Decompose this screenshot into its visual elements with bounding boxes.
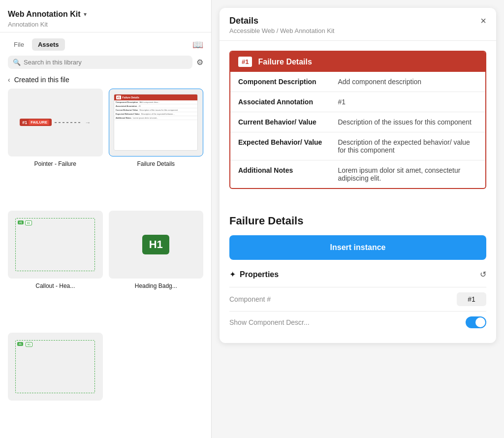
search-input[interactable]: [24, 59, 188, 66]
app-subtitle: Annotation Kit: [8, 21, 203, 28]
tab-assets[interactable]: Assets: [32, 38, 65, 51]
component-card-small-callout[interactable]: #1 H1: [8, 333, 103, 438]
component-card-heading-badge[interactable]: H1 Heading Badg...: [109, 211, 204, 327]
app-title-row: Web Annotation Kit ▾: [8, 10, 203, 19]
component-label-heading-badge: Heading Badg...: [135, 282, 177, 289]
component-label-pointer-failure: Pointer - Failure: [34, 160, 76, 167]
thumb-fd-row-1: Component Description Add component desc…: [114, 100, 197, 104]
properties-section: ✦ Properties ↺ Component # #1 Show Compo…: [220, 270, 496, 343]
thumb-pointer-inner: #1 FAILURE →: [8, 89, 102, 156]
section-header: ‹ Created in this file: [0, 74, 211, 89]
fd-key-3: Current Behavior/ Value: [230, 112, 330, 132]
fd-key-1: Component Description: [230, 72, 330, 92]
thumb-fd-inner: #1 Failure Details Component Description…: [114, 94, 198, 151]
fd-val-1: Add component description: [330, 72, 485, 92]
fd-row-3: Current Behavior/ Value Description of t…: [230, 112, 485, 132]
right-panel: Details Accessible Web / Web Annotation …: [212, 0, 504, 438]
fd-key-4: Expected Behavior/ Value: [230, 132, 330, 160]
app-dropdown-arrow[interactable]: ▾: [84, 11, 87, 18]
thumb-fd-title: Failure Details: [123, 96, 139, 99]
component-name-title: Failure Details: [229, 215, 486, 227]
component-label-failure-details: Failure Details: [137, 160, 175, 167]
fd-key-2: Associated Annotation: [230, 92, 330, 112]
thumb-fd-badge: #1: [116, 95, 121, 99]
fd-val-5: Lorem ipsum dolor sit amet, consectetur …: [330, 160, 485, 188]
tab-file[interactable]: File: [8, 38, 30, 51]
fd-row-1: Component Description Add component desc…: [230, 72, 485, 92]
thumbnail-small-callout[interactable]: #1 H1: [8, 333, 103, 401]
properties-icon: ✦: [229, 270, 236, 279]
failure-details-card: #1 Failure Details Component Description…: [229, 51, 486, 189]
fd-row-5: Additional Notes Lorem ipsum dolor sit a…: [230, 160, 485, 188]
filter-icon[interactable]: ⚙: [196, 58, 203, 67]
modal-breadcrumb: Accessible Web / Web Annotation Kit: [229, 27, 334, 34]
fd-key-5: Additional Notes: [230, 160, 330, 188]
property-value-component-num[interactable]: #1: [457, 292, 486, 306]
close-button[interactable]: ×: [480, 16, 486, 26]
thumb-fd-row-4: Expected Behavior/ Value Description of …: [114, 112, 197, 116]
back-arrow-icon[interactable]: ‹: [8, 76, 10, 84]
thumbnail-callout[interactable]: #1 H1: [8, 211, 103, 279]
properties-title-row: ✦ Properties: [229, 270, 279, 279]
tabs-row: File Assets 📖: [0, 32, 211, 51]
thumb-fd-row-5: Additional Notes Lorem ipsum dolor sit a…: [114, 116, 197, 120]
thumbnail-pointer-failure[interactable]: #1 FAILURE →: [8, 89, 103, 156]
fd-val-4: Description of the expected behavior/ va…: [330, 132, 485, 160]
thumb-fd-header: #1 Failure Details: [114, 94, 197, 100]
components-grid: #1 FAILURE → Pointer - Failure #1 Failur…: [0, 89, 211, 438]
component-name-section: Failure Details: [220, 211, 496, 235]
property-row-component-num: Component # #1: [229, 287, 486, 311]
thumb-fd-row-3: Current Behavior/ Value Description of t…: [114, 108, 197, 112]
fd-val-3: Description of the issues for this compo…: [330, 112, 485, 132]
left-header: Web Annotation Kit ▾ Annotation Kit: [0, 0, 211, 32]
thumbnail-failure-details[interactable]: #1 Failure Details Component Description…: [109, 89, 204, 156]
thumb-callout-badge2: H1: [25, 220, 32, 225]
modal-header-text: Details Accessible Web / Web Annotation …: [229, 16, 334, 34]
search-row: 🔍 ⚙: [0, 51, 211, 74]
component-card-callout[interactable]: #1 H1 Callout - Hea...: [8, 211, 103, 327]
toggle-show-desc[interactable]: [466, 316, 486, 328]
small-callout-badge2: H1: [26, 342, 32, 347]
modal-header: Details Accessible Web / Web Annotation …: [220, 8, 496, 41]
property-row-show-desc: Show Component Descr...: [229, 311, 486, 333]
property-label-component-num: Component #: [229, 295, 271, 303]
property-label-show-desc: Show Component Descr...: [229, 318, 310, 326]
section-title: Created in this file: [14, 76, 69, 84]
small-callout-badge1: #1: [17, 342, 23, 346]
refresh-icon[interactable]: ↺: [480, 270, 486, 279]
fd-table: Component Description Add component desc…: [230, 72, 485, 188]
component-label-callout: Callout - Hea...: [35, 282, 75, 289]
details-modal: Details Accessible Web / Web Annotation …: [220, 8, 496, 343]
book-icon[interactable]: 📖: [192, 39, 203, 50]
thumbnail-heading-badge[interactable]: H1: [109, 211, 204, 279]
search-icon: 🔍: [13, 59, 21, 66]
fd-row-2: Associated Annotation #1: [230, 92, 485, 112]
thumb-callout-inner: #1 H1: [15, 218, 95, 271]
component-card-failure-details[interactable]: #1 Failure Details Component Description…: [109, 89, 204, 205]
thumb-heading-inner: H1: [142, 235, 169, 254]
properties-title: Properties: [240, 270, 279, 279]
fd-val-2: #1: [330, 92, 485, 112]
fd-card-header-title: Failure Details: [258, 58, 312, 66]
fd-card-header: #1 Failure Details: [230, 52, 485, 72]
search-input-wrap: 🔍: [8, 56, 192, 69]
properties-header: ✦ Properties ↺: [229, 270, 486, 279]
left-panel: Web Annotation Kit ▾ Annotation Kit File…: [0, 0, 212, 438]
pointer-badge: #1 FAILURE: [20, 119, 52, 126]
fd-card-badge: #1: [238, 57, 252, 67]
thumb-callout-badge1: #1: [18, 220, 24, 224]
tabs-left: File Assets: [8, 38, 65, 51]
insert-instance-button[interactable]: Insert instance: [229, 235, 486, 260]
thumb-fd-row-2: Associated Annotation #1: [114, 104, 197, 108]
app-title: Web Annotation Kit: [8, 10, 81, 19]
thumb-small-callout-inner: #1 H1: [15, 340, 95, 393]
modal-title: Details: [229, 16, 334, 26]
modal-body: #1 Failure Details Component Description…: [220, 41, 496, 211]
fd-row-4: Expected Behavior/ Value Description of …: [230, 132, 485, 160]
component-card-pointer-failure[interactable]: #1 FAILURE → Pointer - Failure: [8, 89, 103, 205]
